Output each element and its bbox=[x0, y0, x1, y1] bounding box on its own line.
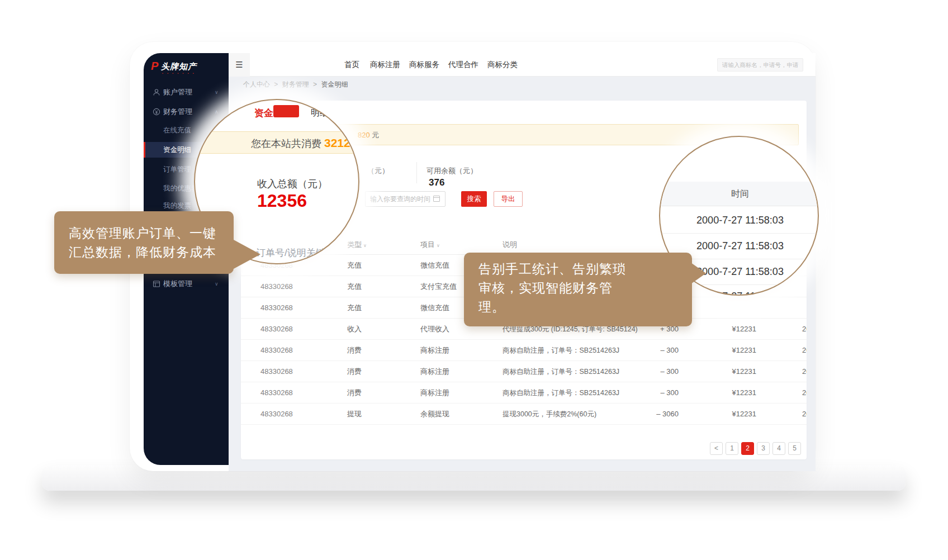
user-icon bbox=[153, 88, 160, 96]
stat-label-fragment: （元） bbox=[367, 166, 389, 176]
hamburger-icon[interactable]: ☰ bbox=[229, 53, 250, 77]
lens-tab-fragment-red: 资金 bbox=[254, 107, 273, 120]
cell-type: 消费 bbox=[347, 361, 362, 382]
cell-amount: – 300 bbox=[639, 340, 679, 361]
col-header-item[interactable]: 项目∨ bbox=[420, 235, 440, 255]
cell-desc: 商标自助注册，订单号：SB2514263J bbox=[503, 361, 619, 382]
callout-text-line: 理。 bbox=[478, 298, 505, 316]
chevron-down-icon: ∨ bbox=[215, 84, 219, 100]
callout-text-line: 告别手工统计、告别繁琐 bbox=[478, 260, 626, 278]
available-balance-label: 可用余额（元） bbox=[426, 166, 477, 176]
lens-banner-prefix: 您在本站共消费 bbox=[251, 138, 324, 149]
banner-unit: 元 bbox=[372, 131, 379, 139]
sidebar-subitem-label: 我的优惠券 bbox=[163, 181, 198, 196]
callout-text-line: 高效管理账户订单、一键 bbox=[69, 225, 216, 242]
lens-income-value: 12356 bbox=[257, 191, 307, 211]
available-balance-value: 376 bbox=[429, 177, 444, 188]
logo-mark-icon: P bbox=[151, 60, 158, 73]
col-header-desc: 说明 bbox=[503, 235, 517, 255]
banner-amount: 820 bbox=[358, 131, 370, 139]
trademark-search-input[interactable] bbox=[717, 58, 803, 72]
lens-time-row: 2000-7-27 11:58:03 bbox=[660, 207, 819, 233]
cell-item: 余额提现 bbox=[420, 404, 449, 425]
callout-left-pointer bbox=[233, 239, 260, 269]
cell-item: 代理收入 bbox=[420, 319, 449, 340]
cell-balance: ¥12231 bbox=[712, 319, 756, 340]
cell-item: 微信充值 bbox=[420, 255, 449, 276]
cell-time: 2000-7-27 11:58:03 bbox=[802, 361, 807, 382]
cell-order: 48330268 bbox=[260, 276, 293, 297]
cell-balance: ¥12231 bbox=[712, 340, 756, 361]
table-row: 48330268 消费 商标注册 商标自助注册，订单号：SB2514263J –… bbox=[241, 382, 807, 404]
cell-order: 48330268 bbox=[260, 382, 293, 404]
nav-item-trademark-register[interactable]: 商标注册 bbox=[370, 53, 400, 77]
nav-item-agency[interactable]: 代理合作 bbox=[448, 53, 478, 77]
nav-item-trademark-service[interactable]: 商标服务 bbox=[409, 53, 439, 77]
logo-text: 头牌知产 bbox=[161, 61, 197, 72]
sidebar-item-label: 模板管理 bbox=[163, 276, 192, 292]
cell-item: 支付宝充值 bbox=[420, 276, 457, 297]
sidebar-item-label: 财务管理 bbox=[163, 104, 192, 120]
caret-down-icon: ∨ bbox=[437, 243, 440, 248]
cell-desc: 提现3000元，手续费2%(60元) bbox=[503, 404, 596, 425]
breadcrumb-item[interactable]: 财务管理 bbox=[282, 80, 309, 88]
caret-down-icon: ∨ bbox=[363, 243, 367, 248]
sidebar-item-label: 账户管理 bbox=[163, 84, 192, 100]
cell-order: 48330268 bbox=[260, 297, 293, 319]
active-indicator bbox=[144, 142, 145, 158]
table-row: 48330268 提现 余额提现 提现3000元，手续费2%(60元) – 30… bbox=[241, 404, 807, 425]
sidebar-subitem-label: 资金明细 bbox=[163, 142, 191, 158]
cell-order: 48330268 bbox=[260, 361, 293, 382]
cell-time: 2000-7-27 11:58:03 bbox=[802, 382, 807, 404]
banner-text-fragment: 820 元 bbox=[358, 125, 379, 146]
callout-right: 告别手工统计、告别繁琐 审核，实现智能财务管 理。 bbox=[464, 253, 692, 326]
sidebar-item-finance[interactable]: 财务管理 ∧ bbox=[144, 104, 229, 120]
calendar-icon[interactable] bbox=[433, 196, 440, 202]
pagination-page-5[interactable]: 5 bbox=[788, 442, 801, 455]
search-button[interactable]: 搜索 bbox=[461, 191, 487, 207]
sidebar-item-template[interactable]: 模板管理 ∨ bbox=[144, 276, 229, 292]
nav-item-home[interactable]: 首页 bbox=[344, 53, 359, 77]
cell-balance: ¥12231 bbox=[712, 404, 756, 425]
table-row: 48330268 消费 商标注册 商标自助注册，订单号：SB2514263J –… bbox=[241, 340, 807, 361]
breadcrumb-separator: > bbox=[274, 80, 278, 88]
callout-text-line: 审核，实现智能财务管 bbox=[478, 279, 613, 297]
export-button[interactable]: 导出 bbox=[494, 191, 523, 207]
breadcrumb-item[interactable]: 个人中心 bbox=[243, 80, 270, 88]
lens-banner: 您在本站共消费 32124 元 bbox=[194, 131, 359, 154]
pagination-prev-button[interactable]: < bbox=[710, 442, 723, 455]
breadcrumb-current: 资金明细 bbox=[321, 80, 348, 88]
callout-right-pointer bbox=[691, 263, 706, 284]
cell-desc: 商标自助注册，订单号：SB2514263J bbox=[503, 382, 619, 404]
col-header-type[interactable]: 类型∨ bbox=[347, 235, 367, 255]
cell-order: 48330268 bbox=[260, 404, 293, 425]
stat-divider bbox=[416, 162, 417, 183]
sidebar-subitem-label: 订单管理 bbox=[163, 162, 191, 177]
pagination-page-1[interactable]: 1 bbox=[726, 442, 738, 455]
top-nav: ☰ 首页 商标注册 商标服务 代理合作 商标分类 bbox=[229, 53, 816, 77]
cell-time: 2000-7-27 11:58:03 bbox=[802, 319, 807, 340]
pagination-page-3[interactable]: 3 bbox=[757, 442, 770, 455]
callout-text-line: 汇总数据，降低财务成本 bbox=[69, 244, 216, 261]
pagination-page-4[interactable]: 4 bbox=[772, 442, 785, 455]
cell-desc: 商标自助注册，订单号：SB2514263J bbox=[503, 340, 619, 361]
cell-item: 微信充值 bbox=[420, 297, 449, 319]
callout-left: 高效管理账户订单、一键 汇总数据，降低财务成本 bbox=[54, 211, 234, 274]
cell-amount: – 300 bbox=[639, 361, 679, 382]
nav-item-trademark-category[interactable]: 商标分类 bbox=[487, 53, 518, 77]
cell-item: 商标注册 bbox=[420, 382, 449, 404]
cell-type: 充值 bbox=[347, 297, 362, 319]
pagination-page-2-active[interactable]: 2 bbox=[741, 442, 754, 455]
chevron-up-icon: ∧ bbox=[215, 104, 219, 120]
lens-time-header: 时间 bbox=[660, 182, 819, 206]
cell-balance: ¥12231 bbox=[712, 361, 756, 382]
sidebar-item-account[interactable]: 账户管理 ∨ bbox=[144, 84, 229, 100]
lens-tab-pill bbox=[273, 105, 299, 117]
cell-amount: – 3060 bbox=[639, 404, 679, 425]
cell-type: 充值 bbox=[347, 276, 362, 297]
finance-icon bbox=[153, 108, 160, 116]
template-icon bbox=[153, 280, 160, 288]
cell-balance: ¥12231 bbox=[712, 382, 756, 404]
sidebar-subitem-label: 在线充值 bbox=[163, 122, 191, 138]
cell-amount: – 300 bbox=[639, 382, 679, 404]
